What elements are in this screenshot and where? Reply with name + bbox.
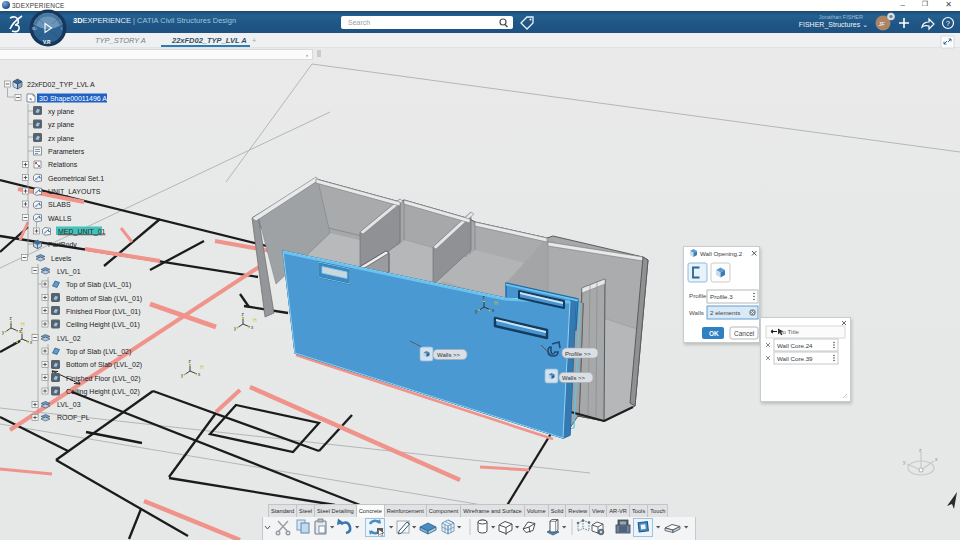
svg-text:Top of Slab (LVL_02): Top of Slab (LVL_02)	[66, 348, 131, 356]
svg-text:Levels: Levels	[51, 255, 72, 262]
svg-text:WALLS: WALLS	[48, 215, 72, 222]
svg-text:Ceiling Height (LVL_01): Ceiling Height (LVL_01)	[66, 321, 140, 329]
svg-text:Bottom of Slab (LVL_01): Bottom of Slab (LVL_01)	[66, 295, 142, 303]
svg-text:Walls: Walls	[689, 309, 704, 316]
svg-text:V.R: V.R	[43, 40, 51, 45]
svg-text:No Title: No Title	[778, 328, 800, 335]
svg-text:I: I	[61, 26, 62, 31]
svg-text:Finished Floor (LVL_02): Finished Floor (LVL_02)	[66, 375, 141, 383]
svg-text:3D Shape00011496 A: 3D Shape00011496 A	[39, 95, 107, 103]
svg-text:Relations: Relations	[48, 161, 78, 168]
svg-text:Profile: Profile	[689, 292, 707, 299]
svg-text:Wall Opening.2: Wall Opening.2	[700, 250, 743, 257]
svg-text:Cancel: Cancel	[734, 330, 755, 337]
svg-text:UNIT_LAYOUTS: UNIT_LAYOUTS	[48, 188, 101, 196]
svg-text:Top of Slab (LVL_01): Top of Slab (LVL_01)	[66, 281, 131, 289]
svg-text:3D: 3D	[32, 26, 37, 31]
svg-text:Wall Core.24: Wall Core.24	[777, 342, 813, 349]
svg-text:LVL_02: LVL_02	[57, 335, 81, 343]
svg-text:JF: JF	[879, 21, 886, 27]
svg-text:x: x	[935, 456, 938, 462]
svg-text:MED_UNIT_01: MED_UNIT_01	[58, 228, 106, 236]
svg-text:OK: OK	[709, 330, 719, 337]
svg-text:Parameters: Parameters	[48, 148, 85, 155]
svg-text:Bottom of Slab (LVL_02): Bottom of Slab (LVL_02)	[66, 361, 142, 369]
svg-text:LVL_01: LVL_01	[57, 268, 81, 276]
svg-text:zx plane: zx plane	[48, 135, 74, 143]
svg-text:PartBody: PartBody	[48, 241, 77, 249]
svg-text:yz plane: yz plane	[48, 121, 74, 129]
svg-text:LVL_03: LVL_03	[57, 401, 81, 409]
svg-text:?: ?	[946, 19, 950, 28]
svg-text:22xFD02_TYP_LVL A: 22xFD02_TYP_LVL A	[27, 81, 95, 89]
svg-text:Profile.3: Profile.3	[710, 293, 733, 300]
svg-text:Geometrical Set.1: Geometrical Set.1	[48, 175, 104, 182]
svg-text:Finished Floor (LVL_01): Finished Floor (LVL_01)	[66, 308, 141, 316]
svg-text:2 elements: 2 elements	[710, 309, 740, 316]
svg-text:y: y	[903, 459, 906, 465]
svg-text:Wall Core.39: Wall Core.39	[777, 355, 813, 362]
svg-text:Ceiling Height (LVL_02): Ceiling Height (LVL_02)	[66, 388, 140, 396]
svg-text:SLABS: SLABS	[48, 201, 71, 208]
svg-text:xy plane: xy plane	[48, 108, 74, 116]
svg-text:ROOF_PL: ROOF_PL	[57, 414, 90, 422]
